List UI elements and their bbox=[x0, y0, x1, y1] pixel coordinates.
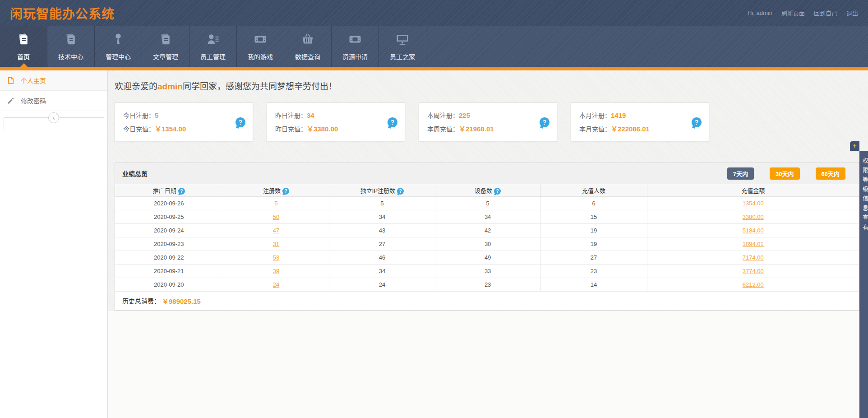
help-icon[interactable]: ? bbox=[388, 117, 397, 127]
nav-item-staff-mgmt[interactable]: 员工管理 bbox=[189, 26, 237, 67]
help-icon[interactable]: ? bbox=[540, 117, 549, 127]
performance-title: 业绩总览 bbox=[122, 169, 148, 178]
gamepad-icon bbox=[254, 33, 267, 46]
cell-recharge-amount: 6212.00 bbox=[647, 278, 859, 291]
registrations-link[interactable]: 50 bbox=[273, 214, 279, 220]
recharge-amount-link[interactable]: 1094.01 bbox=[743, 241, 764, 247]
monitor-icon bbox=[396, 33, 409, 46]
main-nav: 首页 技术中心 管理中心 文章管理 员工管理 我的游戏 数据查询 bbox=[0, 26, 868, 67]
stat-value: 34 bbox=[307, 111, 314, 119]
performance-card-header: 业绩总览 7天内 30天内 60天内 bbox=[115, 163, 859, 184]
registrations-link[interactable]: 47 bbox=[273, 227, 279, 234]
cell-recharge-amount: 7174.00 bbox=[647, 251, 859, 264]
filter-30days-button[interactable]: 30天内 bbox=[770, 167, 799, 180]
refresh-page-link[interactable]: 刷新页面 bbox=[781, 9, 805, 17]
column-label: 充值金额 bbox=[741, 187, 765, 194]
pages-icon bbox=[17, 33, 30, 46]
stat-value: ￥3380.00 bbox=[307, 125, 338, 133]
stat-label: 本月注册： bbox=[579, 112, 611, 119]
accent-divider-bar bbox=[0, 67, 868, 70]
filter-7days-button[interactable]: 7天内 bbox=[727, 167, 754, 180]
nav-item-resource-request[interactable]: 资源申请 bbox=[332, 26, 379, 67]
column-label: 注册数 bbox=[263, 187, 281, 194]
nav-item-tech-center[interactable]: 技术中心 bbox=[47, 26, 95, 67]
table-row: 2020-09-20 24 24 23 14 6212.00 bbox=[115, 278, 859, 291]
recharge-amount-link[interactable]: 1354.00 bbox=[743, 200, 764, 207]
right-collapsed-panel[interactable]: 权限等级信息查看 bbox=[859, 151, 868, 418]
stat-label: 本周注册： bbox=[427, 112, 459, 119]
cell-devices: 33 bbox=[435, 264, 540, 278]
cell-registrations: 31 bbox=[223, 237, 329, 251]
sidebar-item-change-password[interactable]: 修改密码 bbox=[0, 91, 107, 111]
recharge-amount-link[interactable]: 7174.00 bbox=[743, 254, 764, 261]
registrations-link[interactable]: 53 bbox=[273, 254, 279, 261]
nav-label: 文章管理 bbox=[153, 52, 178, 61]
cell-recharge-amount: 1354.00 bbox=[647, 196, 859, 210]
welcome-suffix: 同学回家，感谢您为共同梦想辛劳付出！ bbox=[183, 82, 337, 91]
cell-devices: 49 bbox=[435, 251, 540, 264]
filter-60days-button[interactable]: 60天内 bbox=[816, 167, 845, 180]
cell-date: 2020-09-26 bbox=[115, 196, 223, 210]
registrations-link[interactable]: 24 bbox=[273, 281, 279, 288]
cell-date: 2020-09-24 bbox=[115, 223, 223, 237]
back-to-self-link[interactable]: 回到自己 bbox=[814, 9, 837, 17]
help-icon[interactable]: ? bbox=[282, 188, 289, 195]
sidebar-item-personal-home[interactable]: 个人主页 bbox=[0, 70, 107, 91]
stat-label: 本月充值： bbox=[579, 125, 611, 133]
recharge-amount-link[interactable]: 3380.00 bbox=[743, 214, 764, 220]
nav-label: 首页 bbox=[17, 52, 30, 61]
cell-devices: 30 bbox=[435, 237, 540, 251]
nav-label: 管理中心 bbox=[106, 52, 131, 61]
help-icon[interactable]: ? bbox=[235, 117, 245, 127]
cell-recharge-users: 19 bbox=[540, 223, 647, 237]
microphone-icon bbox=[111, 33, 125, 46]
stat-card-this-week: 本周注册：225 本周充值：￥21960.01 ? bbox=[419, 102, 557, 141]
cell-ip-registrations: 46 bbox=[329, 251, 435, 264]
nav-label: 资源申请 bbox=[342, 52, 368, 61]
registrations-link[interactable]: 5 bbox=[274, 200, 277, 207]
recharge-amount-link[interactable]: 3774.00 bbox=[743, 268, 764, 274]
cell-date: 2020-09-20 bbox=[115, 278, 223, 291]
nav-item-staff-home[interactable]: 员工之家 bbox=[379, 26, 426, 67]
stat-value: 5 bbox=[155, 111, 158, 119]
table-row: 2020-09-22 53 46 49 27 7174.00 bbox=[115, 251, 859, 264]
user-list-icon bbox=[206, 33, 220, 46]
top-header: 闲玩智能办公系统 Hi, admin 刷新页面 回到自己 退出 bbox=[0, 0, 868, 26]
cell-recharge-users: 14 bbox=[540, 278, 647, 291]
welcome-username: admin bbox=[157, 82, 183, 91]
date-filter-buttons: 7天内 30天内 60天内 bbox=[727, 167, 845, 180]
help-icon[interactable]: ? bbox=[397, 188, 404, 195]
logout-link[interactable]: 退出 bbox=[846, 9, 858, 17]
cell-ip-registrations: 43 bbox=[329, 223, 435, 237]
nav-item-home[interactable]: 首页 bbox=[0, 26, 47, 67]
registrations-link[interactable]: 39 bbox=[273, 268, 279, 274]
cell-ip-registrations: 27 bbox=[329, 237, 435, 251]
user-greeting: Hi, admin bbox=[748, 9, 772, 16]
nav-item-data-query[interactable]: 数据查询 bbox=[284, 26, 332, 67]
column-header-recharge-amount: 充值金额 bbox=[647, 184, 859, 196]
table-header-row: 推广日期? 注册数? 独立IP注册数? 设备数? 充值人数 充值金额 bbox=[115, 184, 859, 196]
registrations-link[interactable]: 31 bbox=[273, 241, 279, 247]
nav-label: 技术中心 bbox=[58, 52, 83, 61]
expand-panel-tab[interactable]: + bbox=[850, 141, 859, 151]
help-icon[interactable]: ? bbox=[494, 188, 501, 195]
nav-item-my-games[interactable]: 我的游戏 bbox=[237, 26, 284, 67]
stat-label: 今日充值： bbox=[123, 125, 155, 133]
cell-devices: 23 bbox=[435, 278, 540, 291]
cell-date: 2020-09-21 bbox=[115, 264, 223, 278]
recharge-amount-link[interactable]: 6212.00 bbox=[743, 281, 764, 288]
history-total-footer: 历史总消费： ￥989025.15 bbox=[115, 292, 859, 310]
main-content: 欢迎亲爱的admin同学回家，感谢您为共同梦想辛劳付出！ 今日注册：5 今日充值… bbox=[108, 70, 868, 418]
recharge-amount-link[interactable]: 5184.00 bbox=[743, 227, 764, 234]
help-icon[interactable]: ? bbox=[692, 117, 702, 127]
chevron-left-icon[interactable]: ‹ bbox=[48, 112, 59, 123]
basket-icon bbox=[301, 33, 314, 46]
cell-date: 2020-09-23 bbox=[115, 237, 223, 251]
pages-icon bbox=[159, 33, 172, 46]
nav-item-article-mgmt[interactable]: 文章管理 bbox=[142, 26, 189, 67]
table-row: 2020-09-23 31 27 30 19 1094.01 bbox=[115, 237, 859, 251]
sidebar: 个人主页 修改密码 ‹ bbox=[0, 70, 108, 418]
nav-item-admin-center[interactable]: 管理中心 bbox=[95, 26, 142, 67]
sidebar-collapse-area: ‹ bbox=[4, 117, 104, 131]
help-icon[interactable]: ? bbox=[178, 188, 185, 195]
